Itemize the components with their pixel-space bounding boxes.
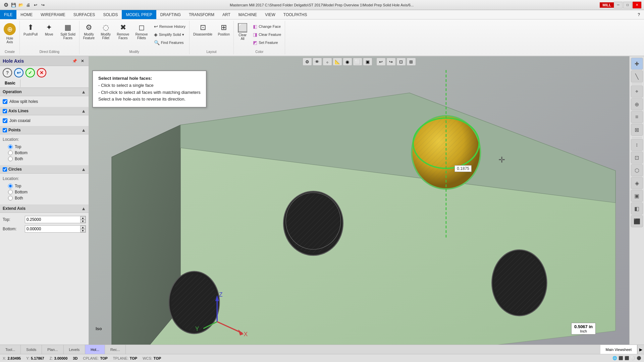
bottom-spin-up[interactable]: ▲ <box>80 226 86 229</box>
rt-tool4-button[interactable]: ⊠ <box>631 124 643 136</box>
vp-settings-button[interactable]: ⚙ <box>303 58 312 66</box>
print-button[interactable]: 🖨 <box>25 2 32 8</box>
rt-tool8-button[interactable]: ◈ <box>631 177 643 189</box>
menu-item-toolpaths[interactable]: TOOLPATHS <box>279 10 311 19</box>
minimize-button[interactable]: ─ <box>614 2 623 8</box>
clear-feature-button[interactable]: ◨ Clear Feature <box>251 31 283 38</box>
bottom-input[interactable] <box>25 226 80 232</box>
window-controls[interactable]: ─ □ ✕ <box>614 2 641 8</box>
top-spin-down[interactable]: ▼ <box>80 220 86 223</box>
move-button[interactable]: ✦ Move <box>41 21 57 38</box>
top-input[interactable] <box>25 217 80 223</box>
vp-tool2-button[interactable]: ⊞ <box>407 58 416 66</box>
ok-action-button[interactable]: ✓ <box>25 68 35 77</box>
menu-item-view[interactable]: VIEW <box>261 10 279 19</box>
clear-all-button[interactable]: ⬜ ClearAll <box>235 21 250 42</box>
vp-grid-button[interactable]: ⬦ <box>323 58 332 66</box>
top-spinners[interactable]: ▲ ▼ <box>80 216 86 223</box>
help-action-button[interactable]: ? <box>3 68 12 77</box>
split-solid-faces-button[interactable]: ▦ Split SolidFaces <box>58 21 77 42</box>
back-action-button[interactable]: ↩ <box>14 68 23 77</box>
position-button[interactable]: ⊞ Position <box>215 21 232 38</box>
tab-hole-axis[interactable]: Hol... <box>85 345 105 354</box>
circles-checkbox[interactable] <box>3 167 7 172</box>
panel-close-icon[interactable]: ✕ <box>79 58 86 64</box>
viewport[interactable]: ⚙ 👁 ⬦ 📐 ◉ ⬜ ▣ ↩ ↪ ⊡ ⊞ <box>89 56 629 345</box>
tab-recent[interactable]: Rec... <box>105 345 126 354</box>
menu-item-surfaces[interactable]: SURFACES <box>69 10 99 19</box>
tab-solids[interactable]: Solids <box>21 345 42 354</box>
bottom-input-field[interactable]: ▲ ▼ <box>25 225 86 233</box>
viewsheet-tab-main[interactable]: Main Viewsheet <box>600 345 637 354</box>
rt-zoom-out-button[interactable]: ╲ <box>631 70 643 82</box>
set-feature-button[interactable]: ◩ Set Feature <box>251 39 283 46</box>
modify-fillet-button[interactable]: ◌ ModifyFillet <box>98 21 113 42</box>
allow-split-holes-checkbox[interactable] <box>3 99 7 104</box>
rt-zoom-in-button[interactable]: ✚ <box>631 58 643 70</box>
find-features-button[interactable]: 🔍 Find Features <box>152 39 188 46</box>
rt-tool7-button[interactable]: ⬡ <box>631 164 643 176</box>
help-button[interactable]: ? <box>634 12 644 17</box>
status-sq2-icon[interactable]: ⬛ <box>625 356 629 360</box>
simplify-solid-button[interactable]: ◈ Simplify Solid ▾ <box>152 31 188 38</box>
save-button[interactable]: 💾 <box>10 2 17 8</box>
panel-icons[interactable]: 📌 ✕ <box>71 58 86 64</box>
points-bottom-radio[interactable] <box>8 150 13 155</box>
rt-tool5-button[interactable]: ↕ <box>631 139 643 151</box>
menu-item-art[interactable]: ART <box>218 10 234 19</box>
tab-levels[interactable]: Levels <box>64 345 86 354</box>
menu-item-machine[interactable]: MACHINE <box>234 10 261 19</box>
vp-snap-button[interactable]: 📐 <box>333 58 342 66</box>
panel-pin-icon[interactable]: 📌 <box>71 58 78 64</box>
remove-fillets-button[interactable]: ◻ RemoveFillets <box>133 21 150 42</box>
vp-tool1-button[interactable]: ⊡ <box>396 58 406 66</box>
vp-view-button[interactable]: 👁 <box>313 58 322 66</box>
quick-access-toolbar[interactable]: ⚙ 💾 📂 🖨 ↩ ↪ <box>3 2 46 8</box>
axis-lines-checkbox[interactable] <box>3 109 7 113</box>
remove-faces-button[interactable]: ✖ RemoveFaces <box>114 21 131 42</box>
bottom-spinners[interactable]: ▲ ▼ <box>80 226 86 232</box>
tab-toolpaths[interactable]: Tool... <box>0 345 21 354</box>
vp-select2-button[interactable]: ▣ <box>363 58 372 66</box>
circles-bottom-radio[interactable] <box>8 190 13 194</box>
vp-redo-button[interactable]: ↪ <box>386 58 396 66</box>
circles-both-radio[interactable] <box>8 196 13 200</box>
status-sq1-icon[interactable]: ⬛ <box>619 356 623 360</box>
extend-axis-section-header[interactable]: Extend Axis ▲ <box>0 204 89 213</box>
undo-button[interactable]: ↩ <box>32 2 39 8</box>
rt-tool6-button[interactable]: ⊡ <box>631 152 643 164</box>
points-top-radio[interactable] <box>8 144 13 149</box>
menu-item-home[interactable]: HOME <box>16 10 37 19</box>
top-input-field[interactable]: ▲ ▼ <box>25 216 86 223</box>
rt-tool3-button[interactable]: ≡ <box>631 111 643 123</box>
rt-tool2-button[interactable]: ⊕ <box>631 98 643 110</box>
modify-feature-button[interactable]: ⚙ ModifyFeature <box>81 21 97 42</box>
vp-select1-button[interactable]: ⬜ <box>353 58 362 66</box>
menu-item-wireframe[interactable]: WIREFRAME <box>37 10 69 19</box>
rt-tool11-button[interactable]: ⬛ <box>631 215 643 227</box>
push-pull-button[interactable]: ⬆ Push/Pull <box>21 21 40 38</box>
status-globe-icon[interactable]: 🌐 <box>612 356 617 360</box>
remove-history-button[interactable]: ↩ Remove History <box>152 23 188 30</box>
change-face-button[interactable]: ◧ Change Face <box>251 23 283 30</box>
vp-circle-button[interactable]: ◉ <box>343 58 352 66</box>
close-button[interactable]: ✕ <box>633 2 641 8</box>
redo-button[interactable]: ↪ <box>40 2 46 8</box>
circles-section-header[interactable]: Circles ▲ <box>0 165 89 174</box>
bottom-spin-down[interactable]: ▼ <box>80 229 86 232</box>
rt-tool9-button[interactable]: ▣ <box>631 190 643 202</box>
cancel-action-button[interactable]: ✕ <box>37 68 46 77</box>
open-button[interactable]: 📂 <box>17 2 24 8</box>
top-spin-up[interactable]: ▲ <box>80 216 86 220</box>
join-coaxial-checkbox[interactable] <box>3 118 7 123</box>
tab-basic[interactable]: Basic <box>0 79 20 87</box>
points-checkbox[interactable] <box>3 128 7 132</box>
operation-section-header[interactable]: Operation ▲ <box>0 88 89 96</box>
circles-top-radio[interactable] <box>8 184 13 188</box>
maximize-button[interactable]: □ <box>623 2 632 8</box>
menu-item-solids[interactable]: SOLIDS <box>99 10 122 19</box>
tab-planes[interactable]: Plan... <box>42 345 63 354</box>
vp-undo-button[interactable]: ↩ <box>376 58 386 66</box>
disassemble-button[interactable]: ⊡ Disassemble <box>191 21 215 38</box>
menu-item-transform[interactable]: TRANSFORM <box>185 10 218 19</box>
